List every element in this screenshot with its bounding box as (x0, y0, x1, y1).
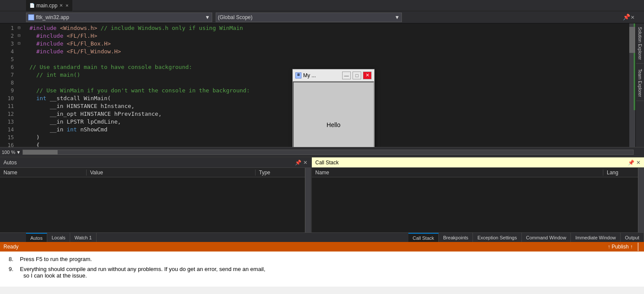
tab-callstack-label: Call Stack (413, 235, 434, 241)
team-explorer-tab[interactable]: Team Explorer (636, 65, 644, 101)
scrollbar-thumb[interactable] (629, 27, 635, 53)
toolbar-right-icons: 📌 ✕ (623, 13, 634, 21)
article-item-8: 8. Press F5 to run the program. (9, 256, 635, 262)
dropdown-arrow: ▼ (205, 14, 210, 20)
tab-locals[interactable]: Locals (47, 233, 70, 242)
fltk-app-icon: 🖥 (295, 72, 301, 78)
fltk-titlebar: 🖥 My ... — □ ✕ (293, 69, 374, 82)
zoom-value: 100 % (2, 150, 15, 155)
pin-icon[interactable]: ✕ (59, 3, 63, 8)
fltk-maximize-btn[interactable]: □ (353, 72, 361, 79)
tab-immediate-label: Immediate Window (575, 235, 616, 240)
callstack-panel: Call Stack 📌 ✕ Name Lang (312, 157, 644, 232)
autos-controls: 📌 ✕ (295, 160, 307, 166)
publish-button[interactable]: ↑ Publish ↑ (608, 244, 633, 250)
tab-exception-settings[interactable]: Exception Settings (473, 233, 521, 242)
editor-scrollbar[interactable] (629, 23, 635, 147)
autos-scrollbar[interactable] (305, 168, 311, 232)
bottom-tabs-row: Autos Locals Watch 1 Call Stack Breakpoi… (0, 232, 644, 242)
fltk-minimize-btn[interactable]: — (342, 72, 351, 79)
callstack-scrollbar[interactable] (638, 168, 644, 232)
tab-output[interactable]: Output (621, 233, 644, 242)
collapse-6[interactable]: ⊟ (16, 32, 22, 40)
autos-pin-icon[interactable]: 📌 (295, 160, 301, 166)
project-label: fltk_win32.app (36, 14, 69, 20)
status-right: ↑ Publish ↑ │ (608, 243, 641, 251)
callstack-close-icon[interactable]: ✕ (636, 160, 641, 166)
tab-breakpoints-label: Breakpoints (443, 235, 468, 240)
fltk-hello-label: Hello (327, 121, 340, 128)
toolbar-row: fltk_win32.app ▼ (Global Scope) ▼ 📌 ✕ (0, 11, 644, 23)
autos-close-icon[interactable]: ✕ (303, 160, 307, 166)
item-9-num: 9. (9, 266, 17, 279)
tab-autos-label: Autos (30, 235, 42, 241)
file-icon: 📄 (29, 3, 35, 8)
autos-header: Autos 📌 ✕ (0, 157, 311, 168)
tab-autos[interactable]: Autos (26, 233, 47, 242)
close-toolbar-icon[interactable]: ✕ (631, 13, 634, 21)
solution-explorer-tab[interactable]: Solution Explorer (636, 23, 644, 64)
autos-col-type: Type (256, 170, 299, 176)
callstack-pin-icon[interactable]: 📌 (628, 160, 634, 166)
item-9-text: Everything should compile and run withou… (20, 266, 265, 279)
editor-area: 12345 678910 1112131415 161718 ⊟ ⊟ (0, 23, 644, 147)
tab-command-label: Command Window (526, 235, 566, 240)
autos-col-name: Name (0, 170, 87, 176)
autos-body (0, 177, 305, 232)
code-line-1: #include <Windows.h> // include Windows.… (29, 24, 629, 32)
collapse-15[interactable]: ⊟ (16, 40, 22, 48)
scope-label: (Global Scope) (218, 14, 252, 20)
pin-toolbar-icon[interactable]: 📌 (623, 13, 630, 21)
callstack-controls: 📌 ✕ (628, 160, 641, 166)
tab-watch1[interactable]: Watch 1 (70, 233, 97, 242)
h-scrollbar-editor[interactable] (23, 150, 634, 155)
tab-output-label: Output (625, 235, 639, 240)
project-icon (28, 14, 34, 20)
autos-inner: Name Value Type (0, 168, 311, 232)
tab-command-window[interactable]: Command Window (522, 233, 571, 242)
tab-breakpoints[interactable]: Breakpoints (439, 233, 473, 242)
status-separator: │ (636, 243, 641, 251)
scope-arrow: ▼ (395, 14, 400, 20)
tab-bar: 📄 main.cpp ✕ ✕ (0, 0, 644, 11)
autos-col-value: Value (87, 170, 256, 176)
h-scrollbar-thumb[interactable] (23, 150, 58, 154)
line-gutter: 12345 678910 1112131415 161718 ⊟ ⊟ (0, 23, 26, 147)
tab-locals-label: Locals (52, 235, 65, 240)
code-line-3: #include <FL/Fl_Box.H> (29, 40, 629, 48)
callstack-inner: Name Lang (312, 168, 644, 232)
zoom-dropdown-arrow[interactable]: ▼ (16, 150, 21, 155)
right-sidebar-tabs: Solution Explorer Team Explorer (635, 23, 644, 147)
callstack-col-name: Name (312, 170, 603, 176)
tab-label: main.cpp (36, 3, 58, 9)
fltk-popup-window: 🖥 My ... — □ ✕ Hello (292, 69, 375, 147)
tab-immediate-window[interactable]: Immediate Window (571, 233, 621, 242)
code-line-4: #include <FL/Fl_Window.H> (29, 48, 629, 56)
bottom-editor-bar: 100 % ▼ (0, 147, 644, 157)
fltk-title-text: My ... (303, 72, 340, 78)
autos-content: Name Value Type (0, 168, 305, 232)
project-dropdown[interactable]: fltk_win32.app ▼ (26, 13, 212, 22)
article-item-9: 9. Everything should compile and run wit… (9, 266, 635, 279)
callstack-title: Call Stack (315, 160, 339, 166)
tab-modified-dot: ✕ (65, 3, 69, 8)
callstack-table-header: Name Lang (312, 168, 638, 177)
collapse-1[interactable]: ⊟ (16, 24, 22, 32)
autos-panel: Autos 📌 ✕ Name Value Type (0, 157, 312, 232)
item-8-text: Press F5 to run the program. (20, 256, 92, 262)
autos-table-header: Name Value Type (0, 168, 305, 177)
code-line-5 (29, 56, 629, 63)
ide-container: 📄 main.cpp ✕ ✕ fltk_win32.app ▼ (Global … (0, 0, 644, 252)
main-cpp-tab[interactable]: 📄 main.cpp ✕ ✕ (26, 0, 73, 11)
item-8-num: 8. (9, 256, 17, 262)
fltk-body: Hello (293, 82, 374, 147)
scope-dropdown[interactable]: (Global Scope) ▼ (216, 13, 402, 22)
collapse-markers-col: ⊟ ⊟ ⊟ (16, 23, 22, 147)
autos-title: Autos (3, 160, 17, 166)
fltk-close-btn[interactable]: ✕ (363, 72, 372, 79)
zoom-control: 100 % ▼ (0, 150, 21, 155)
code-line-2: #include <FL/Fl.H> (29, 32, 629, 40)
tab-callstack[interactable]: Call Stack (408, 233, 439, 242)
callstack-col-lang: Lang (603, 170, 638, 176)
tab-exception-label: Exception Settings (477, 235, 517, 240)
